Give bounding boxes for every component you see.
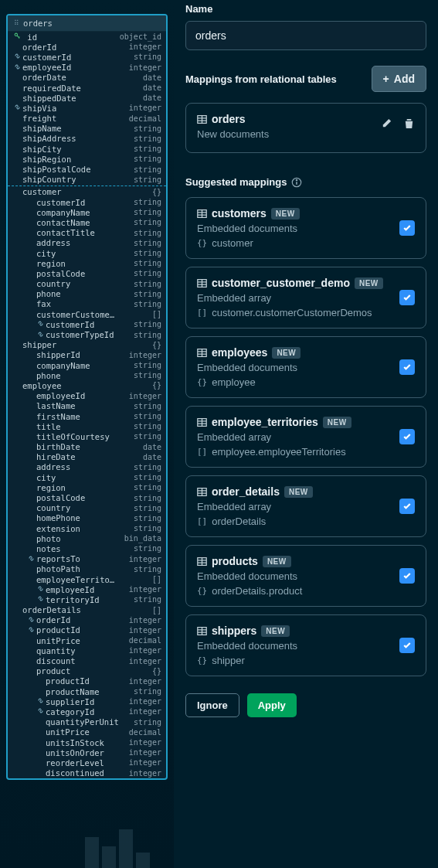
field-row[interactable]: customerIdstring bbox=[8, 319, 166, 329]
field-row[interactable]: unitsInStockinteger bbox=[8, 737, 166, 747]
field-type: integer bbox=[129, 63, 161, 72]
field-row[interactable]: customer{} bbox=[8, 187, 166, 197]
field-row[interactable]: regionstring bbox=[8, 482, 166, 492]
edit-icon[interactable] bbox=[381, 117, 392, 132]
field-row[interactable]: postalCodestring bbox=[8, 492, 166, 502]
field-row[interactable]: birthDatedate bbox=[8, 442, 166, 452]
suggested-checkbox[interactable] bbox=[399, 499, 415, 514]
field-row[interactable]: phonestring bbox=[8, 370, 166, 380]
field-row[interactable]: postalCodestring bbox=[8, 268, 166, 278]
field-row[interactable]: orderDatedate bbox=[8, 73, 166, 83]
field-name: titleOfCourtesy bbox=[36, 432, 134, 441]
mapping-path: employee.employeeTerritories bbox=[212, 446, 345, 458]
field-row[interactable]: shipperIdinteger bbox=[8, 350, 166, 360]
field-row[interactable]: unitsOnOrderinteger bbox=[8, 747, 166, 757]
field-row[interactable]: employeeIdinteger bbox=[8, 63, 166, 73]
field-row[interactable]: countrystring bbox=[8, 279, 166, 289]
field-row[interactable]: product{} bbox=[8, 666, 166, 676]
field-name: unitsInStock bbox=[46, 738, 129, 747]
field-row[interactable]: orderIdinteger bbox=[8, 42, 166, 52]
field-row[interactable]: customerCustome…[] bbox=[8, 309, 166, 319]
field-row[interactable]: contactNamestring bbox=[8, 217, 166, 227]
field-row[interactable]: employeeIdinteger bbox=[8, 391, 166, 401]
field-row[interactable]: notesstring bbox=[8, 543, 166, 553]
field-row[interactable]: discountinteger bbox=[8, 655, 166, 665]
field-row[interactable]: quantityPerUnitstring bbox=[8, 717, 166, 727]
field-name: quantity bbox=[36, 646, 129, 655]
name-input[interactable] bbox=[185, 21, 426, 50]
field-row[interactable]: shipPostalCodestring bbox=[8, 164, 166, 174]
field-row[interactable]: contactTitlestring bbox=[8, 228, 166, 238]
field-row[interactable]: customerIdstring bbox=[8, 52, 166, 62]
suggested-checkbox[interactable] bbox=[399, 568, 415, 584]
field-row[interactable]: homePhonestring bbox=[8, 513, 166, 523]
field-row[interactable]: customerTypeIdstring bbox=[8, 329, 166, 339]
field-row[interactable]: shipCitystring bbox=[8, 144, 166, 154]
field-row[interactable]: orderIdinteger bbox=[8, 615, 166, 625]
field-name: customerCustome… bbox=[36, 310, 152, 319]
field-row[interactable]: reorderLevelinteger bbox=[8, 757, 166, 768]
field-row[interactable]: discontinuedinteger bbox=[8, 768, 166, 778]
field-row[interactable]: addressstring bbox=[8, 462, 166, 472]
field-row[interactable]: productIdinteger bbox=[8, 625, 166, 635]
suggested-checkbox[interactable] bbox=[399, 220, 415, 236]
field-name: employeeId bbox=[46, 585, 129, 594]
field-row[interactable]: employee{} bbox=[8, 380, 166, 390]
delete-icon[interactable] bbox=[403, 117, 415, 132]
field-row[interactable]: firstNamestring bbox=[8, 411, 166, 421]
field-row[interactable]: unitPricedecimal bbox=[8, 727, 166, 737]
field-row[interactable]: titlestring bbox=[8, 421, 166, 431]
field-row[interactable]: regionstring bbox=[8, 258, 166, 268]
field-row[interactable]: freightdecimal bbox=[8, 114, 166, 124]
field-row[interactable]: addressstring bbox=[8, 238, 166, 248]
field-row[interactable]: employeeIdinteger bbox=[8, 584, 166, 594]
field-row[interactable]: companyNamestring bbox=[8, 360, 166, 370]
field-row[interactable]: productIdinteger bbox=[8, 676, 166, 686]
field-row[interactable]: categoryIdinteger bbox=[8, 706, 166, 717]
field-name: orderDetails bbox=[22, 605, 152, 614]
field-row[interactable]: productNamestring bbox=[8, 686, 166, 696]
field-row[interactable]: extensionstring bbox=[8, 523, 166, 533]
schema-header[interactable]: ⠿ orders bbox=[8, 15, 166, 32]
field-row[interactable]: requiredDatedate bbox=[8, 83, 166, 93]
suggested-checkbox[interactable] bbox=[399, 290, 415, 305]
field-row[interactable]: orderDetails[] bbox=[8, 605, 166, 615]
info-icon[interactable] bbox=[291, 177, 302, 188]
field-row[interactable]: shippedDatedate bbox=[8, 93, 166, 103]
field-row[interactable]: _idobject_id bbox=[8, 32, 166, 42]
apply-button[interactable]: Apply bbox=[247, 693, 297, 717]
field-row[interactable]: shipRegionstring bbox=[8, 154, 166, 164]
field-row[interactable]: faxstring bbox=[8, 299, 166, 309]
field-row[interactable]: employeeTerrito…[] bbox=[8, 574, 166, 584]
field-row[interactable]: hireDatedate bbox=[8, 452, 166, 462]
field-row[interactable]: titleOfCourtesystring bbox=[8, 431, 166, 441]
field-row[interactable]: phonestring bbox=[8, 289, 166, 299]
drag-handle-icon[interactable]: ⠿ bbox=[14, 19, 20, 27]
field-row[interactable]: territoryIdstring bbox=[8, 594, 166, 604]
field-row[interactable]: reportsTointeger bbox=[8, 554, 166, 564]
field-row[interactable]: photobin_data bbox=[8, 533, 166, 543]
field-row[interactable]: shipper{} bbox=[8, 340, 166, 350]
field-type: string bbox=[134, 249, 161, 257]
field-row[interactable]: companyNamestring bbox=[8, 207, 166, 217]
suggested-checkbox[interactable] bbox=[399, 429, 415, 444]
field-row[interactable]: citystring bbox=[8, 472, 166, 482]
field-row[interactable]: citystring bbox=[8, 248, 166, 258]
suggested-checkbox[interactable] bbox=[399, 359, 415, 375]
field-row[interactable]: shipAddressstring bbox=[8, 134, 166, 144]
field-row[interactable]: shipNamestring bbox=[8, 124, 166, 134]
field-row[interactable]: shipCountrystring bbox=[8, 175, 166, 185]
field-row[interactable]: unitPricedecimal bbox=[8, 635, 166, 645]
field-type: string bbox=[134, 331, 161, 339]
field-row[interactable]: customerIdstring bbox=[8, 197, 166, 207]
field-row[interactable]: shipViainteger bbox=[8, 103, 166, 113]
field-row[interactable]: quantityinteger bbox=[8, 645, 166, 655]
field-row[interactable]: supplierIdinteger bbox=[8, 696, 166, 706]
suggested-checkbox[interactable] bbox=[399, 638, 415, 653]
field-name: city bbox=[36, 473, 134, 482]
field-row[interactable]: countrystring bbox=[8, 503, 166, 513]
add-mapping-button[interactable]: + Add bbox=[372, 66, 426, 92]
field-row[interactable]: lastNamestring bbox=[8, 401, 166, 411]
ignore-button[interactable]: Ignore bbox=[185, 693, 239, 717]
field-row[interactable]: photoPathstring bbox=[8, 564, 166, 574]
